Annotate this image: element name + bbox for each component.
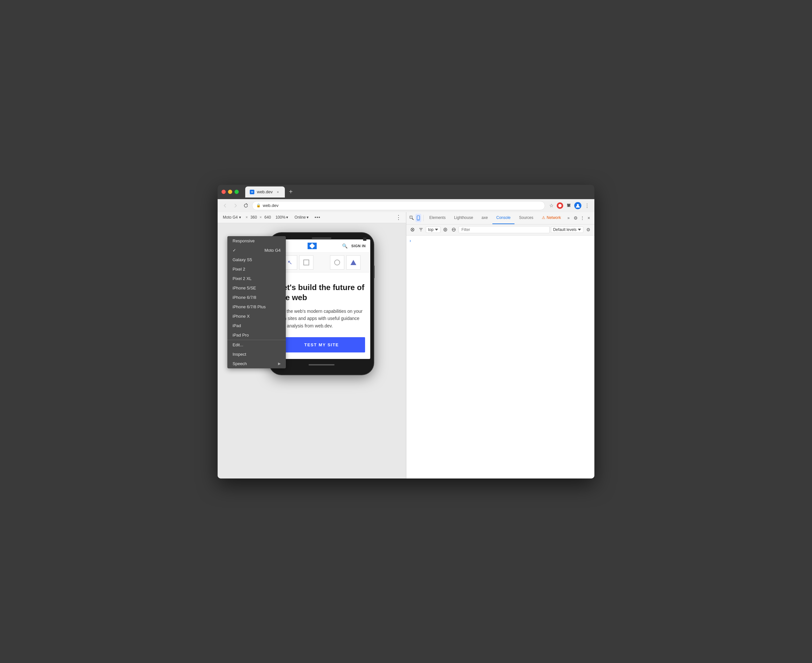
web-hero: Let's build the future of the web Get th… — [273, 273, 370, 359]
devtools-panel: Elements Lighthouse axe Console Sources … — [406, 212, 594, 479]
circle-icon — [334, 260, 340, 265]
url-text: web.dev — [263, 203, 278, 208]
svg-point-0 — [559, 204, 562, 207]
ctx-menu-responsive[interactable]: Responsive — [228, 236, 286, 246]
device-toolbar-more[interactable]: ⋮ — [394, 213, 403, 222]
console-filter-input[interactable] — [458, 226, 550, 233]
tab-axe[interactable]: axe — [478, 212, 492, 224]
bookmark-star-button[interactable]: ☆ — [547, 201, 555, 210]
title-bar: w web.dev × + — [218, 185, 594, 199]
tab-sources[interactable]: Sources — [515, 212, 537, 224]
ctx-menu-speech[interactable]: Speech ▶ — [228, 359, 286, 369]
svg-point-4 — [319, 217, 320, 218]
ctx-menu-iphone-5-se[interactable]: iPhone 5/SE — [228, 283, 286, 293]
forward-button[interactable] — [231, 201, 240, 210]
dimension-separator: × — [245, 215, 248, 220]
tab-close-button[interactable]: × — [275, 189, 280, 194]
tab-bar: w web.dev × + — [245, 186, 591, 197]
ctx-menu-iphone-x[interactable]: iPhone X — [228, 312, 286, 321]
svg-point-3 — [317, 217, 318, 218]
device-chevron: ▾ — [239, 215, 241, 220]
devtools-more-button[interactable]: ⋮ — [580, 214, 585, 222]
hero-title: Let's build the future of the web — [278, 282, 365, 302]
browser-content: Moto G4 ▾ × 360 × 640 100% ▾ Online ▾ — [218, 212, 594, 479]
show-live-expressions-button[interactable] — [442, 226, 449, 233]
ctx-menu-pixel-2-xl[interactable]: Pixel 2 XL — [228, 274, 286, 283]
logo-diamond — [310, 243, 315, 249]
block-urls-button[interactable] — [450, 226, 457, 233]
add-tab-button[interactable]: + — [286, 188, 295, 196]
tab-console[interactable]: Console — [492, 212, 515, 224]
zoom-selector[interactable]: 100% ▾ — [273, 214, 290, 221]
ctx-menu-iphone-678[interactable]: iPhone 6/7/8 — [228, 293, 286, 302]
window-controls — [221, 190, 239, 194]
web-header-right: 🔍 SIGN IN — [342, 243, 366, 249]
execution-context-selector[interactable]: top — [426, 226, 441, 233]
ctx-menu-ipad[interactable]: iPad — [228, 321, 286, 330]
maximize-button[interactable] — [234, 190, 239, 194]
ctx-menu-galaxy-s5[interactable]: Galaxy S5 — [228, 255, 286, 264]
device-selector[interactable]: Moto G4 ▾ — [221, 214, 243, 221]
ctx-menu-iphone-678-plus[interactable]: iPhone 6/7/8 Plus — [228, 302, 286, 312]
inspect-element-button[interactable] — [409, 214, 415, 222]
device-name: Moto G4 — [223, 215, 238, 220]
phone-home-bar — [273, 362, 370, 368]
ctx-menu-inspect[interactable]: Inspect — [228, 349, 286, 359]
browser-window: w web.dev × + 🔒 web.dev ☆ — [218, 185, 594, 479]
phone-camera — [363, 238, 366, 241]
network-throttle-selector[interactable]: Online ▾ — [293, 214, 310, 221]
more-options-icon[interactable] — [313, 213, 321, 222]
devtools-close-button[interactable]: × — [586, 214, 592, 222]
chrome-menu-button[interactable]: ⋮ — [583, 201, 591, 210]
svg-point-2 — [315, 217, 316, 218]
active-tab[interactable]: w web.dev × — [245, 186, 285, 197]
icon-triangle-square — [346, 255, 360, 270]
log-levels-selector[interactable]: Default levels — [551, 226, 583, 233]
warning-icon: ⚠ — [542, 215, 545, 220]
tab-title: web.dev — [257, 189, 273, 194]
svg-rect-5 — [410, 216, 412, 218]
more-tabs-button[interactable]: » — [565, 214, 571, 222]
close-button[interactable] — [221, 190, 226, 194]
devtools-settings-button[interactable]: ⚙ — [573, 214, 579, 222]
ctx-menu-edit[interactable]: Edit... — [228, 340, 286, 349]
ctx-menu-ipad-pro[interactable]: iPad Pro — [228, 330, 286, 340]
device-toggle-button[interactable] — [415, 214, 421, 222]
sign-in-link[interactable]: SIGN IN — [352, 244, 366, 248]
minimize-button[interactable] — [228, 190, 232, 194]
web-header: 🔍 SIGN IN — [273, 239, 370, 253]
tab-lighthouse[interactable]: Lighthouse — [450, 212, 477, 224]
extensions-button[interactable] — [565, 201, 573, 210]
console-prompt-arrow: › — [409, 238, 412, 243]
device-height: 640 — [265, 215, 271, 220]
address-bar[interactable]: 🔒 web.dev — [252, 201, 545, 210]
back-button[interactable] — [221, 201, 229, 210]
zoom-chevron: ▾ — [286, 215, 288, 220]
ctx-menu-pixel-2[interactable]: Pixel 2 — [228, 264, 286, 274]
icon-square-outline — [299, 255, 313, 270]
console-settings-button[interactable]: ⚙ — [584, 226, 592, 233]
cta-button[interactable]: TEST MY SITE — [278, 337, 365, 353]
devtools-tabs-toolbar: Elements Lighthouse axe Console Sources … — [406, 212, 594, 225]
icon-circle-square — [330, 255, 344, 270]
lock-icon: 🔒 — [256, 203, 261, 208]
device-toolbar: Moto G4 ▾ × 360 × 640 100% ▾ Online ▾ — [218, 212, 406, 223]
viewport-section: Moto G4 ▾ × 360 × 640 100% ▾ Online ▾ — [218, 212, 406, 479]
tab-elements[interactable]: Elements — [426, 212, 450, 224]
submenu-arrow-icon: ▶ — [278, 362, 281, 366]
svg-point-11 — [444, 228, 447, 231]
hero-description: Get the web's modern capabilities on you… — [278, 307, 365, 329]
network-chevron: ▾ — [307, 215, 308, 220]
web-logo — [308, 243, 317, 249]
dimension-x-separator: × — [260, 215, 262, 220]
console-secondary-toolbar: top Default levels ⚙ — [406, 225, 594, 236]
ctx-menu-moto-g4[interactable]: Moto G4 — [228, 246, 286, 255]
nav-bar: 🔒 web.dev ☆ ⋮ — [218, 199, 594, 212]
reload-button[interactable] — [242, 201, 250, 210]
tab-network[interactable]: ⚠ Network — [538, 212, 565, 224]
viewport-content: Responsive Moto G4 Galaxy S5 Pixel 2 Pix… — [218, 223, 406, 479]
clear-console-button[interactable] — [409, 226, 416, 233]
filter-toggle-button[interactable] — [417, 226, 425, 233]
search-icon[interactable]: 🔍 — [342, 243, 347, 249]
phone-speaker — [312, 238, 331, 239]
